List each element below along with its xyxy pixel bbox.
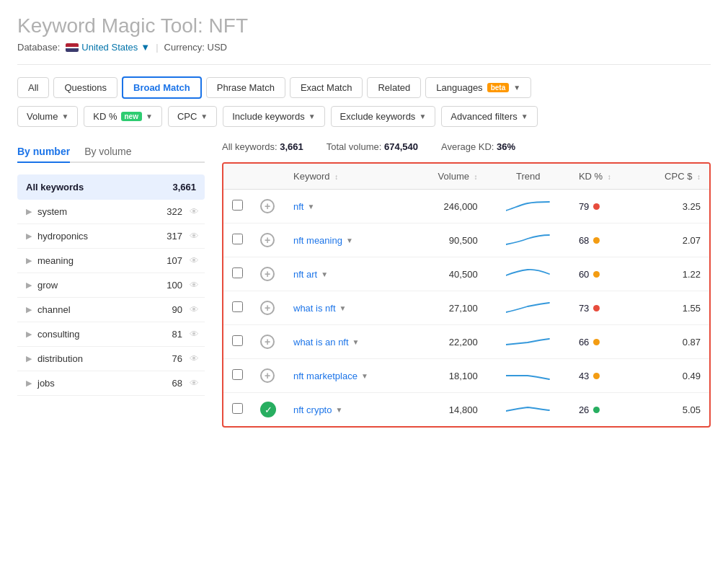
sidebar-item-meaning[interactable]: ▶ meaning 107 👁 xyxy=(17,249,205,273)
keyword-link[interactable]: nft ▼ xyxy=(293,201,401,212)
sidebar-item-channel[interactable]: ▶ channel 90 👁 xyxy=(17,298,205,322)
table-row: + what is nft ▼ 27,100 73 1.55 xyxy=(223,291,709,325)
keyword-link[interactable]: nft marketplace ▼ xyxy=(293,371,401,381)
view-tab-by-number[interactable]: By number xyxy=(17,141,70,163)
sort-icon[interactable]: ↕ xyxy=(697,173,701,181)
add-button[interactable]: + xyxy=(260,267,275,281)
row-checkbox[interactable] xyxy=(232,335,243,346)
page-title: Keyword Magic Tool: NFT xyxy=(17,14,711,37)
filter-volume[interactable]: Volume ▼ xyxy=(17,106,78,127)
chevron-right-icon: ▶ xyxy=(26,256,32,265)
cpc-cell: 3.25 xyxy=(637,190,709,224)
database-link[interactable]: United States ▼ xyxy=(66,42,150,53)
col-trend: Trend xyxy=(487,164,570,190)
col-kd: KD % ↕ xyxy=(570,164,637,190)
trend-chart xyxy=(506,265,551,283)
sidebar-item-distribution[interactable]: ▶ distribution 76 👁 xyxy=(17,347,205,371)
eye-icon[interactable]: 👁 xyxy=(190,329,199,340)
sidebar-item-grow[interactable]: ▶ grow 100 👁 xyxy=(17,273,205,298)
kd-dot xyxy=(593,407,600,413)
kd-cell: 66 xyxy=(570,325,637,359)
trend-chart xyxy=(506,231,551,249)
col-checkbox xyxy=(223,164,252,190)
tab-related[interactable]: Related xyxy=(367,77,421,98)
chevron-right-icon: ▶ xyxy=(26,329,32,339)
eye-icon[interactable]: 👁 xyxy=(190,206,199,217)
sidebar-item-jobs[interactable]: ▶ jobs 68 👁 xyxy=(17,371,205,396)
eye-icon[interactable]: 👁 xyxy=(190,304,199,315)
filter-exclude-keywords[interactable]: Exclude keywords ▼ xyxy=(331,106,436,127)
kd-dot xyxy=(593,203,600,210)
keyword-link[interactable]: nft meaning ▼ xyxy=(293,235,401,246)
row-checkbox[interactable] xyxy=(232,403,243,414)
eye-icon[interactable]: 👁 xyxy=(190,353,199,364)
cpc-cell: 0.87 xyxy=(637,325,709,359)
chevron-right-icon: ▶ xyxy=(26,280,32,290)
sidebar-item-system[interactable]: ▶ system 322 👁 xyxy=(17,200,205,224)
add-button[interactable]: + xyxy=(260,335,275,349)
chevron-right-icon: ▶ xyxy=(26,379,32,388)
cpc-cell: 1.22 xyxy=(637,257,709,291)
row-checkbox[interactable] xyxy=(232,267,243,278)
row-checkbox[interactable] xyxy=(232,369,243,380)
eye-icon[interactable]: 👁 xyxy=(190,255,199,266)
keyword-link[interactable]: nft crypto ▼ xyxy=(293,404,401,415)
main-area: All keywords: 3,661 Total volume: 674,54… xyxy=(222,141,711,428)
add-button[interactable]: + xyxy=(260,199,275,213)
tab-phrase-match[interactable]: Phrase Match xyxy=(206,77,285,98)
kd-dot xyxy=(593,271,600,278)
add-button[interactable]: ✓ xyxy=(260,402,276,417)
tab-languages[interactable]: Languages beta ▼ xyxy=(425,77,531,98)
eye-icon[interactable]: 👁 xyxy=(190,280,199,291)
col-action xyxy=(252,164,285,190)
tab-questions[interactable]: Questions xyxy=(53,77,117,98)
trend-chart xyxy=(506,367,551,384)
row-checkbox[interactable] xyxy=(232,301,243,312)
row-checkbox[interactable] xyxy=(232,200,243,211)
filter-include-keywords[interactable]: Include keywords ▼ xyxy=(223,106,324,127)
sidebar-header[interactable]: All keywords 3,661 xyxy=(17,174,205,200)
stats-row: All keywords: 3,661 Total volume: 674,54… xyxy=(222,141,711,152)
tab-all[interactable]: All xyxy=(17,77,49,98)
trend-chart xyxy=(506,401,551,418)
row-checkbox[interactable] xyxy=(232,234,243,244)
view-tab-by-volume[interactable]: By volume xyxy=(84,141,131,163)
filter-kd[interactable]: KD % new ▼ xyxy=(84,106,162,127)
kd-cell: 73 xyxy=(570,291,637,325)
eye-icon[interactable]: 👁 xyxy=(190,378,199,389)
chevron-right-icon: ▶ xyxy=(26,354,32,363)
sidebar-item-consulting[interactable]: ▶ consulting 81 👁 xyxy=(17,322,205,347)
chevron-down-icon: ▼ xyxy=(307,203,314,211)
col-volume: Volume ↕ xyxy=(409,164,487,190)
add-button[interactable]: + xyxy=(260,301,275,315)
keyword-link[interactable]: what is an nft ▼ xyxy=(293,337,401,348)
table-row: + nft art ▼ 40,500 60 1.22 xyxy=(223,257,709,291)
sort-icon[interactable]: ↕ xyxy=(474,173,478,181)
sidebar-item-hydroponics[interactable]: ▶ hydroponics 317 👁 xyxy=(17,224,205,249)
trend-chart xyxy=(506,299,551,317)
trend-cell xyxy=(487,190,570,224)
tab-exact-match[interactable]: Exact Match xyxy=(290,77,363,98)
keyword-link[interactable]: what is nft ▼ xyxy=(293,303,401,314)
chevron-down-icon: ▼ xyxy=(321,270,328,278)
sort-icon[interactable]: ↕ xyxy=(608,173,611,181)
tab-broad-match[interactable]: Broad Match xyxy=(122,76,202,99)
add-button[interactable]: + xyxy=(260,368,275,383)
eye-icon[interactable]: 👁 xyxy=(190,231,199,242)
filters-row: Volume ▼ KD % new ▼ CPC ▼ Include keywor… xyxy=(17,106,711,127)
sort-icon[interactable]: ↕ xyxy=(334,173,338,181)
cpc-cell: 5.05 xyxy=(637,393,709,427)
filter-advanced[interactable]: Advanced filters ▼ xyxy=(441,106,537,127)
kd-dot xyxy=(593,305,600,311)
kd-cell: 43 xyxy=(570,359,637,393)
kd-dot xyxy=(593,339,600,345)
add-button[interactable]: + xyxy=(260,233,275,247)
trend-cell xyxy=(487,325,570,359)
cpc-cell: 1.55 xyxy=(637,291,709,325)
filter-cpc[interactable]: CPC ▼ xyxy=(168,106,217,127)
trend-cell xyxy=(487,359,570,393)
keyword-link[interactable]: nft art ▼ xyxy=(293,269,401,280)
chevron-down-icon: ▼ xyxy=(335,406,342,414)
divider xyxy=(17,64,711,65)
volume-cell: 90,500 xyxy=(409,224,487,257)
